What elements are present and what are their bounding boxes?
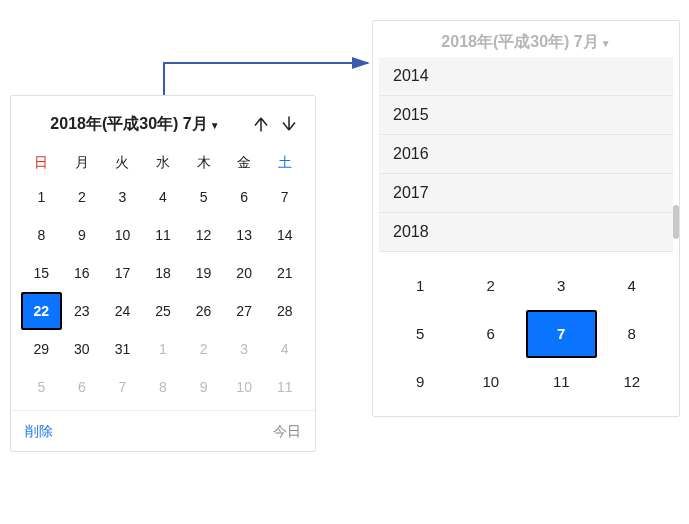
date-cell[interactable]: 5 — [21, 368, 62, 406]
month-cell[interactable]: 9 — [385, 358, 456, 406]
date-cell[interactable]: 17 — [102, 254, 143, 292]
date-picker-popup: 2018年(平成30年) 7月▼ 日 月 火 水 木 金 土 123456789… — [10, 95, 316, 452]
date-cell[interactable]: 9 — [183, 368, 224, 406]
date-cell[interactable]: 27 — [224, 292, 265, 330]
date-cell[interactable]: 6 — [62, 368, 103, 406]
date-cell[interactable]: 23 — [62, 292, 103, 330]
dow-sun: 日 — [21, 148, 62, 178]
month-grid: 123456789101112 — [373, 252, 679, 406]
date-cell[interactable]: 16 — [62, 254, 103, 292]
date-row: 567891011 — [11, 368, 315, 406]
date-cell[interactable]: 1 — [21, 178, 62, 216]
month-cell[interactable]: 1 — [385, 262, 456, 310]
date-cell[interactable]: 28 — [264, 292, 305, 330]
date-cell[interactable]: 24 — [102, 292, 143, 330]
dow-sat: 土 — [264, 148, 305, 178]
date-row: 22232425262728 — [11, 292, 315, 330]
year-option[interactable]: 2018 — [379, 213, 673, 252]
date-cell[interactable]: 15 — [21, 254, 62, 292]
today-button[interactable]: 今日 — [273, 423, 301, 441]
year-option[interactable]: 2017 — [379, 174, 673, 213]
date-cell[interactable]: 22 — [21, 292, 62, 330]
date-cell[interactable]: 19 — [183, 254, 224, 292]
date-cell[interactable]: 21 — [264, 254, 305, 292]
month-cell[interactable]: 12 — [597, 358, 668, 406]
date-cell[interactable]: 14 — [264, 216, 305, 254]
date-cell[interactable]: 3 — [102, 178, 143, 216]
date-cell[interactable]: 5 — [183, 178, 224, 216]
month-cell[interactable]: 3 — [526, 262, 597, 310]
date-cell[interactable]: 11 — [264, 368, 305, 406]
date-cell[interactable]: 8 — [143, 368, 184, 406]
date-cell[interactable]: 26 — [183, 292, 224, 330]
date-cell[interactable]: 10 — [102, 216, 143, 254]
year-month-label: 2018年(平成30年) 7月 — [441, 33, 598, 50]
arrow-down-icon — [280, 115, 298, 133]
scrollbar-thumb[interactable] — [673, 205, 679, 239]
prev-month-button[interactable] — [247, 110, 275, 138]
arrow-up-icon — [252, 115, 270, 133]
date-cell[interactable]: 25 — [143, 292, 184, 330]
date-cell[interactable]: 7 — [102, 368, 143, 406]
date-cell[interactable]: 3 — [224, 330, 265, 368]
month-cell[interactable]: 7 — [526, 310, 597, 358]
year-option[interactable]: 2014 — [379, 57, 673, 96]
month-year-toggle[interactable]: 2018年(平成30年) 7月▼ — [23, 114, 247, 135]
month-cell[interactable]: 2 — [456, 262, 527, 310]
date-cell[interactable]: 31 — [102, 330, 143, 368]
month-cell[interactable]: 8 — [597, 310, 668, 358]
date-cell[interactable]: 2 — [183, 330, 224, 368]
date-cell[interactable]: 10 — [224, 368, 265, 406]
year-month-picker-popup: 2018年(平成30年) 7月▼ 2014 2015 2016 2017 201… — [372, 20, 680, 417]
date-row: 2930311234 — [11, 330, 315, 368]
month-cell[interactable]: 6 — [456, 310, 527, 358]
date-picker-footer: 削除 今日 — [11, 410, 315, 451]
caret-down-icon: ▼ — [210, 120, 220, 131]
date-row: 891011121314 — [11, 216, 315, 254]
date-cell[interactable]: 7 — [264, 178, 305, 216]
month-cell[interactable]: 5 — [385, 310, 456, 358]
date-cell[interactable]: 30 — [62, 330, 103, 368]
day-of-week-header: 日 月 火 水 木 金 土 — [11, 148, 315, 178]
date-row: 1234567 — [11, 178, 315, 216]
date-cell[interactable]: 9 — [62, 216, 103, 254]
date-grid: 1234567891011121314151617181920212223242… — [11, 178, 315, 406]
caret-down-icon: ▼ — [601, 38, 611, 49]
month-cell[interactable]: 11 — [526, 358, 597, 406]
date-cell[interactable]: 13 — [224, 216, 265, 254]
date-picker-header: 2018年(平成30年) 7月▼ — [11, 104, 315, 148]
year-option[interactable]: 2015 — [379, 96, 673, 135]
month-cell[interactable]: 4 — [597, 262, 668, 310]
dow-fri: 金 — [224, 148, 265, 178]
year-option[interactable]: 2016 — [379, 135, 673, 174]
month-year-label: 2018年(平成30年) 7月 — [50, 115, 207, 132]
date-cell[interactable]: 2 — [62, 178, 103, 216]
date-cell[interactable]: 8 — [21, 216, 62, 254]
year-month-toggle[interactable]: 2018年(平成30年) 7月▼ — [373, 21, 679, 57]
date-cell[interactable]: 20 — [224, 254, 265, 292]
date-cell[interactable]: 6 — [224, 178, 265, 216]
dow-tue: 火 — [102, 148, 143, 178]
next-month-button[interactable] — [275, 110, 303, 138]
date-cell[interactable]: 29 — [21, 330, 62, 368]
year-list: 2014 2015 2016 2017 2018 — [379, 57, 673, 252]
date-cell[interactable]: 1 — [143, 330, 184, 368]
date-cell[interactable]: 4 — [264, 330, 305, 368]
date-cell[interactable]: 4 — [143, 178, 184, 216]
month-cell[interactable]: 10 — [456, 358, 527, 406]
dow-mon: 月 — [62, 148, 103, 178]
date-row: 15161718192021 — [11, 254, 315, 292]
date-cell[interactable]: 18 — [143, 254, 184, 292]
date-cell[interactable]: 11 — [143, 216, 184, 254]
clear-button[interactable]: 削除 — [25, 423, 53, 441]
dow-thu: 木 — [183, 148, 224, 178]
dow-wed: 水 — [143, 148, 184, 178]
date-cell[interactable]: 12 — [183, 216, 224, 254]
